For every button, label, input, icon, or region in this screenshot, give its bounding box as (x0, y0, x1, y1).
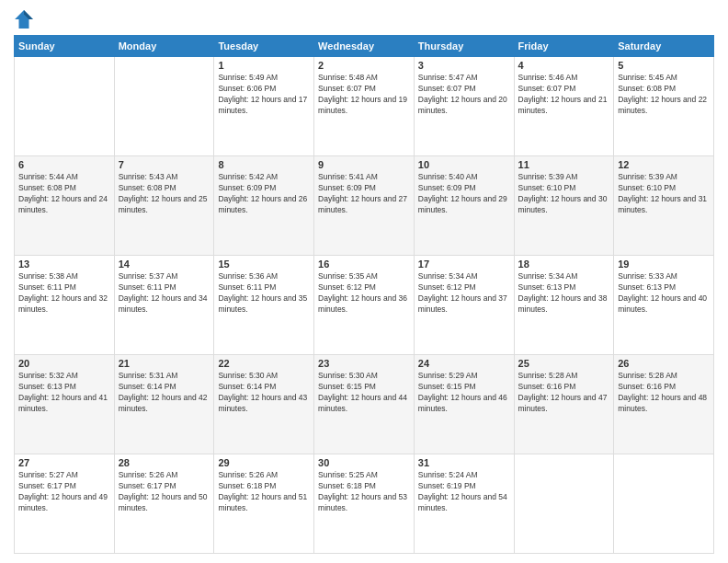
week-row-1: 1Sunrise: 5:49 AMSunset: 6:06 PMDaylight… (15, 57, 714, 156)
calendar-cell: 10Sunrise: 5:40 AMSunset: 6:09 PMDayligh… (414, 156, 514, 256)
day-number: 21 (119, 358, 210, 369)
logo (14, 9, 36, 29)
day-info: Sunrise: 5:42 AMSunset: 6:09 PMDaylight:… (218, 172, 310, 216)
day-number: 7 (119, 159, 210, 170)
weekday-header-sunday: Sunday (15, 36, 115, 57)
calendar-cell: 30Sunrise: 5:25 AMSunset: 6:18 PMDayligh… (314, 454, 415, 554)
week-row-4: 20Sunrise: 5:32 AMSunset: 6:13 PMDayligh… (15, 355, 714, 454)
calendar-cell: 22Sunrise: 5:30 AMSunset: 6:14 PMDayligh… (214, 355, 314, 454)
calendar-cell: 23Sunrise: 5:30 AMSunset: 6:15 PMDayligh… (314, 355, 415, 454)
day-number: 14 (119, 259, 210, 270)
page: SundayMondayTuesdayWednesdayThursdayFrid… (0, 0, 728, 563)
calendar-cell: 27Sunrise: 5:27 AMSunset: 6:17 PMDayligh… (15, 454, 115, 554)
day-number: 24 (418, 358, 510, 369)
day-info: Sunrise: 5:36 AMSunset: 6:11 PMDaylight:… (218, 271, 310, 316)
day-info: Sunrise: 5:33 AMSunset: 6:13 PMDaylight:… (618, 271, 710, 316)
calendar-cell: 17Sunrise: 5:34 AMSunset: 6:12 PMDayligh… (414, 256, 514, 355)
day-info: Sunrise: 5:39 AMSunset: 6:10 PMDaylight:… (518, 172, 610, 216)
weekday-header-friday: Friday (514, 36, 614, 57)
day-info: Sunrise: 5:48 AMSunset: 6:07 PMDaylight:… (318, 73, 410, 117)
day-info: Sunrise: 5:44 AMSunset: 6:08 PMDaylight:… (18, 172, 110, 216)
calendar-cell (114, 57, 214, 156)
day-number: 12 (618, 159, 710, 170)
day-number: 23 (318, 358, 410, 369)
day-info: Sunrise: 5:34 AMSunset: 6:13 PMDaylight:… (518, 271, 610, 316)
day-number: 5 (618, 60, 710, 71)
day-info: Sunrise: 5:24 AMSunset: 6:19 PMDaylight:… (418, 470, 510, 514)
calendar-cell: 31Sunrise: 5:24 AMSunset: 6:19 PMDayligh… (414, 454, 514, 554)
calendar-cell: 1Sunrise: 5:49 AMSunset: 6:06 PMDaylight… (214, 57, 314, 156)
day-number: 30 (318, 457, 410, 468)
day-number: 13 (18, 259, 110, 270)
day-info: Sunrise: 5:31 AMSunset: 6:14 PMDaylight:… (119, 371, 210, 415)
calendar-cell: 3Sunrise: 5:47 AMSunset: 6:07 PMDaylight… (414, 57, 514, 156)
day-number: 27 (18, 457, 110, 468)
day-number: 29 (218, 457, 310, 468)
day-number: 9 (318, 159, 410, 170)
week-row-2: 6Sunrise: 5:44 AMSunset: 6:08 PMDaylight… (15, 156, 714, 256)
day-info: Sunrise: 5:29 AMSunset: 6:15 PMDaylight:… (418, 371, 510, 415)
week-row-5: 27Sunrise: 5:27 AMSunset: 6:17 PMDayligh… (15, 454, 714, 554)
calendar-cell: 24Sunrise: 5:29 AMSunset: 6:15 PMDayligh… (414, 355, 514, 454)
day-number: 25 (518, 358, 610, 369)
calendar-cell: 19Sunrise: 5:33 AMSunset: 6:13 PMDayligh… (614, 256, 714, 355)
day-number: 28 (119, 457, 210, 468)
calendar-cell (514, 454, 614, 554)
logo-icon (14, 9, 34, 29)
day-info: Sunrise: 5:40 AMSunset: 6:09 PMDaylight:… (418, 172, 510, 216)
calendar-cell: 14Sunrise: 5:37 AMSunset: 6:11 PMDayligh… (114, 256, 214, 355)
day-info: Sunrise: 5:26 AMSunset: 6:17 PMDaylight:… (119, 470, 210, 514)
day-number: 2 (318, 60, 410, 71)
day-info: Sunrise: 5:32 AMSunset: 6:13 PMDaylight:… (18, 371, 110, 415)
calendar-cell: 29Sunrise: 5:26 AMSunset: 6:18 PMDayligh… (214, 454, 314, 554)
day-number: 4 (518, 60, 610, 71)
calendar-cell: 7Sunrise: 5:43 AMSunset: 6:08 PMDaylight… (114, 156, 214, 256)
day-number: 17 (418, 259, 510, 270)
weekday-header-monday: Monday (114, 36, 214, 57)
weekday-header-saturday: Saturday (614, 36, 714, 57)
calendar-cell: 21Sunrise: 5:31 AMSunset: 6:14 PMDayligh… (114, 355, 214, 454)
calendar-cell: 2Sunrise: 5:48 AMSunset: 6:07 PMDaylight… (314, 57, 415, 156)
calendar-cell: 15Sunrise: 5:36 AMSunset: 6:11 PMDayligh… (214, 256, 314, 355)
day-number: 16 (318, 259, 410, 270)
day-info: Sunrise: 5:25 AMSunset: 6:18 PMDaylight:… (318, 470, 410, 514)
week-row-3: 13Sunrise: 5:38 AMSunset: 6:11 PMDayligh… (15, 256, 714, 355)
day-number: 8 (218, 159, 310, 170)
calendar-cell: 5Sunrise: 5:45 AMSunset: 6:08 PMDaylight… (614, 57, 714, 156)
calendar-cell (614, 454, 714, 554)
day-number: 11 (518, 159, 610, 170)
day-info: Sunrise: 5:26 AMSunset: 6:18 PMDaylight:… (218, 470, 310, 514)
calendar-cell: 11Sunrise: 5:39 AMSunset: 6:10 PMDayligh… (514, 156, 614, 256)
weekday-header-thursday: Thursday (414, 36, 514, 57)
day-info: Sunrise: 5:34 AMSunset: 6:12 PMDaylight:… (418, 271, 510, 316)
day-info: Sunrise: 5:28 AMSunset: 6:16 PMDaylight:… (618, 371, 710, 415)
day-info: Sunrise: 5:37 AMSunset: 6:11 PMDaylight:… (119, 271, 210, 316)
day-number: 22 (218, 358, 310, 369)
calendar-cell: 4Sunrise: 5:46 AMSunset: 6:07 PMDaylight… (514, 57, 614, 156)
weekday-header-tuesday: Tuesday (214, 36, 314, 57)
day-info: Sunrise: 5:45 AMSunset: 6:08 PMDaylight:… (618, 73, 710, 117)
day-info: Sunrise: 5:39 AMSunset: 6:10 PMDaylight:… (618, 172, 710, 216)
day-info: Sunrise: 5:30 AMSunset: 6:14 PMDaylight:… (218, 371, 310, 415)
day-number: 19 (618, 259, 710, 270)
calendar-cell (15, 57, 115, 156)
day-number: 10 (418, 159, 510, 170)
day-info: Sunrise: 5:27 AMSunset: 6:17 PMDaylight:… (18, 470, 110, 514)
calendar-cell: 18Sunrise: 5:34 AMSunset: 6:13 PMDayligh… (514, 256, 614, 355)
day-number: 31 (418, 457, 510, 468)
day-number: 26 (618, 358, 710, 369)
day-number: 15 (218, 259, 310, 270)
day-info: Sunrise: 5:35 AMSunset: 6:12 PMDaylight:… (318, 271, 410, 316)
day-number: 6 (18, 159, 110, 170)
calendar-cell: 9Sunrise: 5:41 AMSunset: 6:09 PMDaylight… (314, 156, 415, 256)
day-number: 18 (518, 259, 610, 270)
day-info: Sunrise: 5:28 AMSunset: 6:16 PMDaylight:… (518, 371, 610, 415)
day-info: Sunrise: 5:49 AMSunset: 6:06 PMDaylight:… (218, 73, 310, 117)
day-info: Sunrise: 5:43 AMSunset: 6:08 PMDaylight:… (119, 172, 210, 216)
calendar-cell: 20Sunrise: 5:32 AMSunset: 6:13 PMDayligh… (15, 355, 115, 454)
calendar-table: SundayMondayTuesdayWednesdayThursdayFrid… (14, 35, 714, 554)
day-number: 20 (18, 358, 110, 369)
calendar-cell: 8Sunrise: 5:42 AMSunset: 6:09 PMDaylight… (214, 156, 314, 256)
calendar-cell: 12Sunrise: 5:39 AMSunset: 6:10 PMDayligh… (614, 156, 714, 256)
day-info: Sunrise: 5:46 AMSunset: 6:07 PMDaylight:… (518, 73, 610, 117)
